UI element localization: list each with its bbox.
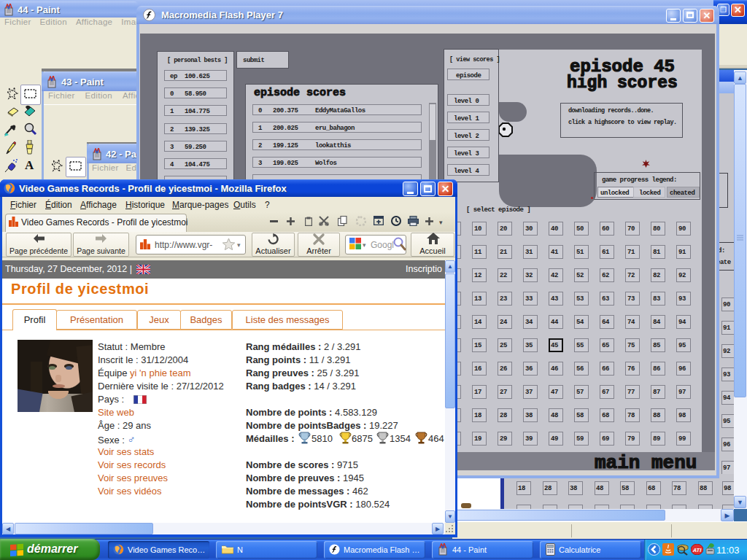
svg-text:ATI: ATI — [692, 547, 702, 553]
